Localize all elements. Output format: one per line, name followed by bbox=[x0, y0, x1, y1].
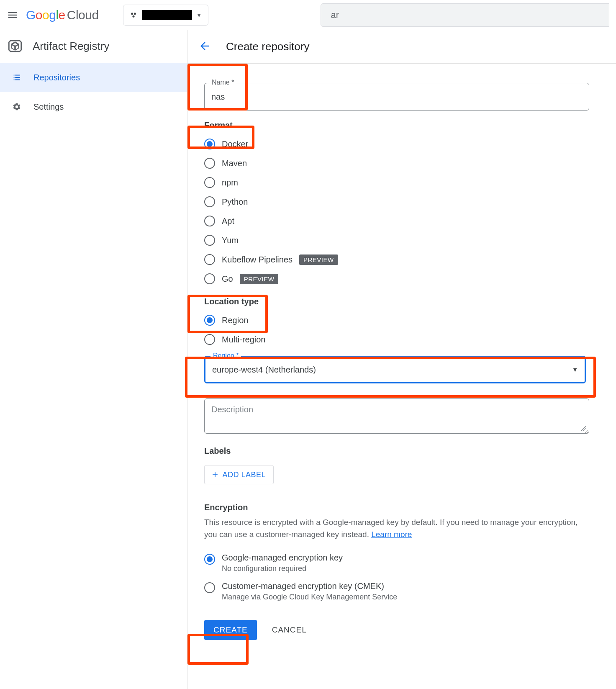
sidebar-item-label: Repositories bbox=[33, 73, 80, 82]
learn-more-link[interactable]: Learn more bbox=[371, 530, 412, 539]
radio-icon bbox=[204, 554, 215, 565]
caret-down-icon: ▼ bbox=[572, 366, 578, 373]
gcp-logo[interactable]: Google Cloud bbox=[26, 8, 99, 22]
format-option-label: Python bbox=[222, 197, 248, 207]
format-option-label: Docker bbox=[222, 139, 248, 149]
project-icon bbox=[129, 11, 138, 19]
logo-suffix: Cloud bbox=[67, 8, 99, 22]
region-label: Region * bbox=[210, 352, 241, 360]
format-option-yum[interactable]: Yum bbox=[204, 231, 599, 250]
location-option-region[interactable]: Region bbox=[204, 311, 599, 330]
menu-icon[interactable] bbox=[7, 9, 18, 21]
encryption-option-label: Customer-managed encryption key (CMEK) bbox=[222, 581, 397, 591]
format-option-label: Kubeflow Pipelines bbox=[222, 255, 293, 265]
svg-point-0 bbox=[131, 13, 133, 15]
create-button[interactable]: CREATE bbox=[204, 620, 257, 640]
location-option-label: Region bbox=[222, 316, 248, 325]
labels-label: Labels bbox=[204, 446, 599, 456]
format-option-label: Maven bbox=[222, 159, 247, 168]
description-input[interactable]: Description bbox=[204, 398, 589, 434]
top-bar: Google Cloud ▼ ar bbox=[0, 0, 616, 30]
format-option-docker[interactable]: Docker bbox=[204, 134, 599, 154]
encryption-label: Encryption bbox=[204, 503, 599, 512]
encryption-option[interactable]: Google-managed encryption keyNo configur… bbox=[204, 549, 599, 577]
radio-icon bbox=[204, 177, 215, 188]
main: Create repository Name * nas Format Dock… bbox=[187, 30, 616, 689]
encryption-option-label: Google-managed encryption key bbox=[222, 553, 343, 563]
format-option-apt[interactable]: Apt bbox=[204, 211, 599, 231]
radio-icon bbox=[204, 196, 215, 207]
radio-icon bbox=[204, 254, 215, 265]
format-option-label: npm bbox=[222, 178, 238, 188]
back-arrow-icon[interactable] bbox=[198, 40, 211, 54]
name-input[interactable]: Name * nas bbox=[204, 83, 589, 111]
artifact-registry-icon bbox=[6, 37, 24, 55]
preview-chip: PREVIEW bbox=[299, 255, 338, 265]
format-option-kubeflow-pipelines[interactable]: Kubeflow PipelinesPREVIEW bbox=[204, 250, 599, 269]
format-option-label: Yum bbox=[222, 236, 239, 245]
format-option-label: Apt bbox=[222, 216, 234, 226]
page-header: Create repository bbox=[187, 30, 616, 64]
search-input[interactable]: ar bbox=[321, 3, 609, 27]
service-title: Artifact Registry bbox=[33, 40, 110, 53]
format-option-npm[interactable]: npm bbox=[204, 173, 599, 192]
encryption-option-sub: Manage via Google Cloud Key Management S… bbox=[222, 593, 397, 602]
sidebar-item-repositories[interactable]: Repositories bbox=[0, 63, 187, 92]
form: Name * nas Format DockerMavennpmPythonAp… bbox=[187, 64, 616, 657]
svg-point-1 bbox=[133, 13, 136, 15]
encryption-option[interactable]: Customer-managed encryption key (CMEK)Ma… bbox=[204, 577, 599, 606]
format-label: Format bbox=[204, 121, 599, 130]
caret-down-icon: ▼ bbox=[196, 12, 202, 18]
radio-icon bbox=[204, 235, 215, 246]
cancel-button[interactable]: CANCEL bbox=[272, 625, 307, 635]
encryption-option-sub: No configuration required bbox=[222, 564, 343, 573]
list-icon bbox=[12, 73, 22, 82]
format-option-label: Go bbox=[222, 274, 233, 284]
add-label-text: ADD LABEL bbox=[223, 470, 266, 479]
region-value: europe-west4 (Netherlands) bbox=[212, 365, 316, 375]
radio-icon bbox=[204, 315, 215, 326]
project-name-redacted bbox=[142, 10, 192, 20]
page-title: Create repository bbox=[226, 40, 309, 53]
format-option-maven[interactable]: Maven bbox=[204, 154, 599, 173]
region-select[interactable]: Region * europe-west4 (Netherlands) ▼ bbox=[204, 356, 586, 383]
gear-icon bbox=[12, 102, 22, 111]
radio-icon bbox=[204, 216, 215, 226]
radio-icon bbox=[204, 582, 215, 593]
radio-icon bbox=[204, 273, 215, 284]
radio-icon bbox=[204, 139, 215, 149]
name-label: Name * bbox=[209, 79, 236, 86]
encryption-description: This resource is encrypted with a Google… bbox=[204, 517, 581, 540]
svg-point-2 bbox=[132, 15, 134, 17]
sidebar-item-label: Settings bbox=[33, 102, 64, 112]
format-option-python[interactable]: Python bbox=[204, 192, 599, 211]
description-placeholder: Description bbox=[211, 405, 253, 414]
radio-icon bbox=[204, 158, 215, 169]
sidebar: Artifact Registry Repositories Settings bbox=[0, 30, 187, 689]
project-picker[interactable]: ▼ bbox=[123, 5, 208, 26]
radio-icon bbox=[204, 334, 215, 345]
location-option-label: Multi-region bbox=[222, 335, 265, 344]
name-value: nas bbox=[211, 92, 225, 102]
service-header: Artifact Registry bbox=[0, 30, 187, 63]
plus-icon: + bbox=[212, 470, 218, 480]
sidebar-item-settings[interactable]: Settings bbox=[0, 92, 187, 121]
add-label-button[interactable]: + ADD LABEL bbox=[204, 465, 274, 484]
location-type-label: Location type bbox=[204, 297, 599, 306]
preview-chip: PREVIEW bbox=[240, 274, 279, 284]
location-option-multi-region[interactable]: Multi-region bbox=[204, 330, 599, 349]
format-option-go[interactable]: GoPREVIEW bbox=[204, 269, 599, 288]
